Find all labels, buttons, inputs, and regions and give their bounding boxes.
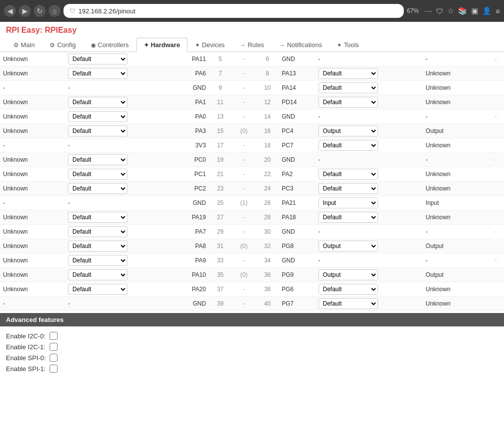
pin-left: PC1 (172, 167, 209, 182)
left-pin-select[interactable]: DefaultInputOutputPWM (68, 255, 127, 266)
right-pin-select[interactable]: DefaultInputOutputPWM (318, 241, 378, 252)
tab-controllers[interactable]: ◉ Controllers (83, 38, 136, 52)
refresh-button[interactable]: ↻ (34, 5, 46, 17)
left-pin-select[interactable]: DefaultInputOutputPWM (68, 212, 127, 223)
right-select-cell: - (315, 110, 423, 124)
tab-hardware[interactable]: ✦ Hardware (136, 38, 188, 52)
pin-right: PC3 (279, 182, 315, 196)
left-select-cell[interactable]: DefaultInputOutputPWM (65, 52, 172, 66)
left-select-cell[interactable]: DefaultInputOutputPWM (65, 167, 172, 182)
pin-right: PG8 (279, 239, 315, 254)
right-pin-select[interactable]: DefaultInputOutputPWM (318, 169, 378, 180)
val-left: - (232, 210, 256, 225)
right-pin-select[interactable]: DefaultInputOutputPWM (318, 68, 378, 79)
right-pin-select[interactable]: DefaultInputOutputPWM (318, 212, 378, 223)
left-pin-select[interactable]: DefaultInputOutputPWM (68, 241, 127, 252)
forward-button[interactable]: ▶ (19, 5, 31, 17)
tab-tools[interactable]: ✦ Tools (329, 38, 366, 52)
val-left: - (232, 138, 256, 153)
pin-right: PA2 (279, 167, 315, 182)
left-select-cell[interactable]: DefaultInputOutputPWM (65, 110, 172, 124)
right-select-cell[interactable]: DefaultInputOutputPWM (315, 138, 423, 153)
row-end: - (488, 225, 504, 239)
left-select-cell[interactable]: DefaultInputOutputPWM (65, 66, 172, 81)
app-title: RPI Easy: RPIEasy (6, 26, 498, 35)
right-pin-select[interactable]: DefaultInputOutputPWM (318, 97, 378, 108)
row-end (488, 196, 504, 210)
right-select-cell[interactable]: DefaultInputOutputPWM (315, 210, 423, 225)
right-select-cell[interactable]: DefaultInputOutputPWM (315, 268, 423, 282)
extensions-icon[interactable]: ⋯ (425, 6, 432, 15)
left-pin-select[interactable]: DefaultInputOutputPWM (68, 284, 127, 295)
left-select-cell[interactable]: DefaultInputOutputPWM (65, 182, 172, 196)
left-pin-select[interactable]: DefaultInputOutputPWM (68, 169, 127, 180)
right-pin-select[interactable]: DefaultInputOutputPWM (318, 284, 378, 295)
url-bar[interactable]: 🛡 192.168.2.26/pinout (63, 4, 404, 18)
left-pin-select[interactable]: DefaultInputOutputPWM (68, 68, 127, 79)
left-label: Unknown (0, 52, 65, 66)
tab-config[interactable]: ⚙ Config (42, 38, 83, 52)
num-right: 22 (256, 167, 279, 182)
left-select-cell[interactable]: DefaultInputOutputPWM (65, 225, 172, 239)
num-left: 39 (209, 297, 232, 311)
left-select-cell[interactable]: DefaultInputOutputPWM (65, 124, 172, 138)
right-pin-select[interactable]: DefaultInputOutputPWM (318, 298, 378, 309)
right-select-cell[interactable]: DefaultInputOutputPWM (315, 81, 423, 95)
right-select-cell[interactable]: DefaultInputOutputPWM (315, 95, 423, 110)
num-left: 7 (209, 66, 232, 81)
val-left: (0) (232, 239, 256, 254)
feature-checkbox[interactable] (50, 343, 58, 351)
star-icon[interactable]: ☆ (447, 6, 454, 15)
left-pin-select[interactable]: DefaultInputOutputPWM (68, 97, 127, 108)
profile-icon[interactable]: 👤 (482, 6, 492, 15)
left-select-cell[interactable]: DefaultInputOutputPWM (65, 210, 172, 225)
right-select-cell[interactable]: DefaultInputOutputPWM (315, 124, 423, 138)
feature-checkbox[interactable] (50, 354, 58, 362)
right-pin-select[interactable]: DefaultInputOutputPWM (318, 269, 378, 280)
right-select-cell[interactable]: DefaultInputOutputPWM (315, 239, 423, 254)
tab-rules[interactable]: → Rules (232, 38, 271, 52)
tab-devices[interactable]: ✦ Devices (188, 38, 232, 52)
right-select-cell[interactable]: DefaultInputOutputPWM (315, 182, 423, 196)
left-select-cell[interactable]: DefaultInputOutputPWM (65, 282, 172, 297)
left-pin-select[interactable]: DefaultInputOutputPWM (68, 111, 127, 122)
left-pin-select[interactable]: DefaultInputOutputPWM (68, 269, 127, 280)
num-right: 30 (256, 225, 279, 239)
left-pin-select[interactable]: DefaultInputOutputPWM (68, 226, 127, 237)
right-pin-select[interactable]: DefaultInputOutputPWM (318, 126, 378, 136)
left-pin-select[interactable]: DefaultInputOutputPWM (68, 126, 127, 136)
left-select-cell[interactable]: DefaultInputOutputPWM (65, 153, 172, 167)
right-pin-select[interactable]: DefaultInputOutputPWM (318, 197, 378, 208)
right-select-cell[interactable]: DefaultInputOutputPWM (315, 66, 423, 81)
right-pin-select[interactable]: DefaultInputOutputPWM (318, 183, 378, 194)
left-select-cell[interactable]: DefaultInputOutputPWM (65, 95, 172, 110)
pin-left: PA0 (172, 110, 209, 124)
left-pin-select[interactable]: DefaultInputOutputPWM (68, 183, 127, 194)
left-select-cell[interactable]: DefaultInputOutputPWM (65, 239, 172, 254)
left-pin-select[interactable]: DefaultInputOutputPWM (68, 154, 127, 165)
back-button[interactable]: ◀ (4, 5, 16, 17)
shield-icon[interactable]: 🛡 (436, 7, 443, 15)
right-select-cell[interactable]: DefaultInputOutputPWM (315, 196, 423, 210)
table-row: UnknownDefaultInputOutputPWMPA1927-28PA1… (0, 210, 504, 225)
menu-icon[interactable]: ≡ (496, 7, 500, 15)
right-select-cell[interactable]: DefaultInputOutputPWM (315, 282, 423, 297)
tab-notifications[interactable]: → Notifications (271, 38, 329, 52)
left-pin-select[interactable]: DefaultInputOutputPWM (68, 54, 127, 64)
right-pin-select[interactable]: DefaultInputOutputPWM (318, 140, 378, 151)
library-icon[interactable]: 📚 (458, 6, 467, 15)
tab-icon[interactable]: ▣ (471, 6, 478, 15)
tab-main[interactable]: ⚙ Main (6, 38, 42, 52)
left-select-cell[interactable]: DefaultInputOutputPWM (65, 268, 172, 282)
left-select-cell[interactable]: DefaultInputOutputPWM (65, 254, 172, 268)
left-label: Unknown (0, 95, 65, 110)
home-button[interactable]: ⌂ (49, 5, 61, 17)
feature-checkbox[interactable] (50, 365, 58, 373)
row-end (488, 239, 504, 254)
right-pin-select[interactable]: DefaultInputOutputPWM (318, 82, 378, 93)
pin-left: PC2 (172, 182, 209, 196)
right-label: Unknown (423, 66, 488, 81)
right-select-cell[interactable]: DefaultInputOutputPWM (315, 297, 423, 311)
right-select-cell[interactable]: DefaultInputOutputPWM (315, 167, 423, 182)
feature-checkbox[interactable] (50, 332, 58, 340)
